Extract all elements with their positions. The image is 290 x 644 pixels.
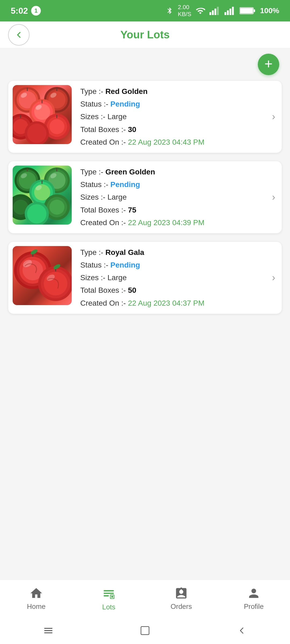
nav-label-orders: Orders xyxy=(171,602,192,611)
svg-point-27 xyxy=(27,124,46,143)
lot-created-value-3: 22 Aug 2023 04:37 PM xyxy=(128,299,204,307)
svg-point-75 xyxy=(180,587,182,589)
lot-boxes-row-2: Total Boxes :- 75 xyxy=(80,205,277,215)
svg-point-52 xyxy=(27,204,46,224)
svg-point-50 xyxy=(49,200,64,215)
svg-rect-6 xyxy=(230,9,231,15)
lot-boxes-value-1: 30 xyxy=(128,125,136,134)
svg-rect-55 xyxy=(42,181,42,184)
svg-rect-2 xyxy=(215,9,216,15)
lot-card-1[interactable]: Type :- Red Golden Status :- Pending Siz… xyxy=(8,80,282,153)
nav-item-home[interactable]: Home xyxy=(0,586,73,611)
svg-rect-30 xyxy=(42,100,42,103)
lot-created-value-1: 22 Aug 2023 04:43 PM xyxy=(128,138,204,146)
lot-boxes-row-1: Total Boxes :- 30 xyxy=(80,124,277,135)
svg-rect-32 xyxy=(56,115,57,118)
lot-card-2[interactable]: Type :- Green Golden Status :- Pending S… xyxy=(8,161,282,233)
signal-icon xyxy=(209,6,220,16)
lot-status-row-1: Status :- Pending xyxy=(80,99,277,109)
svg-rect-31 xyxy=(20,115,21,118)
lot-chevron-3: › xyxy=(272,272,275,283)
lot-image-2 xyxy=(13,166,72,225)
speed-indicator: 2.00KB/S xyxy=(178,4,191,18)
lot-info-3: Type :- Royal Gala Status :- Pending Siz… xyxy=(76,242,282,314)
lot-type-row-1: Type :- Red Golden xyxy=(80,86,277,97)
lot-status-row-2: Status :- Pending xyxy=(80,179,277,190)
lot-sizes-row-3: Sizes :- Large xyxy=(80,272,277,283)
hamburger-icon xyxy=(43,625,54,636)
lot-created-row-3: Created On :- 22 Aug 2023 04:37 PM xyxy=(80,298,277,308)
home-icon xyxy=(29,586,43,600)
profile-icon xyxy=(247,586,261,600)
status-right: 2.00KB/S 100% xyxy=(166,4,279,18)
lot-chevron-1: › xyxy=(272,111,275,122)
lot-boxes-value-3: 50 xyxy=(128,286,136,294)
add-button-row: + xyxy=(0,48,290,78)
lot-sizes-row-2: Sizes :- Large xyxy=(80,192,277,202)
svg-rect-28 xyxy=(27,88,28,91)
svg-rect-53 xyxy=(27,168,28,171)
lot-info-1: Type :- Red Golden Status :- Pending Siz… xyxy=(76,81,282,153)
battery-percentage: 100% xyxy=(260,6,279,15)
bottom-navigation: Home Lots Orders Profile xyxy=(0,580,290,617)
page-header: Your Lots xyxy=(0,21,290,48)
svg-rect-7 xyxy=(232,7,234,15)
green-apple-illustration xyxy=(13,166,72,225)
lot-status-value-3: Pending xyxy=(110,261,140,269)
home-nav-button[interactable] xyxy=(137,623,153,639)
lot-created-row-2: Created On :- 22 Aug 2023 04:39 PM xyxy=(80,217,277,228)
royal-gala-illustration xyxy=(13,246,72,305)
svg-rect-74 xyxy=(111,596,113,598)
svg-rect-76 xyxy=(141,627,149,635)
back-nav-button[interactable] xyxy=(234,623,250,639)
lot-status-row-3: Status :- Pending xyxy=(80,260,277,270)
battery-icon xyxy=(240,6,256,15)
lot-status-value-2: Pending xyxy=(110,180,140,189)
add-lot-button[interactable]: + xyxy=(258,54,279,75)
nav-label-profile: Profile xyxy=(244,602,264,611)
bluetooth-icon xyxy=(166,6,173,16)
svg-point-44 xyxy=(34,184,50,200)
back-triangle-icon xyxy=(236,625,247,636)
nav-label-lots: Lots xyxy=(102,603,115,611)
lot-created-row-1: Created On :- 22 Aug 2023 04:43 PM xyxy=(80,137,277,147)
lots-icon xyxy=(101,586,116,601)
system-nav-bar xyxy=(0,617,290,644)
svg-point-65 xyxy=(44,272,67,295)
lot-image-3 xyxy=(13,246,72,305)
hamburger-nav-button[interactable] xyxy=(40,623,56,639)
notification-badge: 1 xyxy=(31,6,41,16)
plus-icon: + xyxy=(264,57,273,71)
red-apple-illustration xyxy=(13,85,72,144)
nav-item-lots[interactable]: Lots xyxy=(73,586,145,611)
status-left: 5:02 1 xyxy=(11,6,41,16)
lot-image-1 xyxy=(13,85,72,144)
lot-chevron-2: › xyxy=(272,192,275,203)
lot-sizes-value-3: Large xyxy=(107,273,127,282)
svg-rect-29 xyxy=(56,88,57,91)
lot-type-row-2: Type :- Green Golden xyxy=(80,167,277,177)
svg-point-19 xyxy=(34,104,50,120)
lot-sizes-value-2: Large xyxy=(107,193,127,201)
svg-rect-5 xyxy=(227,10,229,15)
nav-item-orders[interactable]: Orders xyxy=(145,586,218,611)
svg-rect-3 xyxy=(217,7,219,15)
lot-sizes-row-1: Sizes :- Large xyxy=(80,111,277,122)
svg-rect-4 xyxy=(224,12,226,15)
svg-rect-0 xyxy=(209,12,211,15)
nav-item-profile[interactable]: Profile xyxy=(218,586,290,611)
square-home-icon xyxy=(140,625,150,636)
lot-info-2: Type :- Green Golden Status :- Pending S… xyxy=(76,161,282,233)
lot-type-row-3: Type :- Royal Gala xyxy=(80,247,277,258)
page-title: Your Lots xyxy=(120,29,170,41)
lot-created-value-2: 22 Aug 2023 04:39 PM xyxy=(128,218,204,227)
svg-rect-9 xyxy=(240,8,253,13)
signal-icon-2 xyxy=(224,6,235,16)
lot-type-value-2: Green Golden xyxy=(105,168,155,176)
back-button[interactable] xyxy=(8,24,30,46)
svg-rect-54 xyxy=(56,168,57,171)
status-bar: 5:02 1 2.00KB/S 100% xyxy=(0,0,290,21)
nav-label-home: Home xyxy=(27,602,45,611)
lot-boxes-value-2: 75 xyxy=(128,206,136,214)
lot-card-3[interactable]: Type :- Royal Gala Status :- Pending Siz… xyxy=(8,241,282,314)
